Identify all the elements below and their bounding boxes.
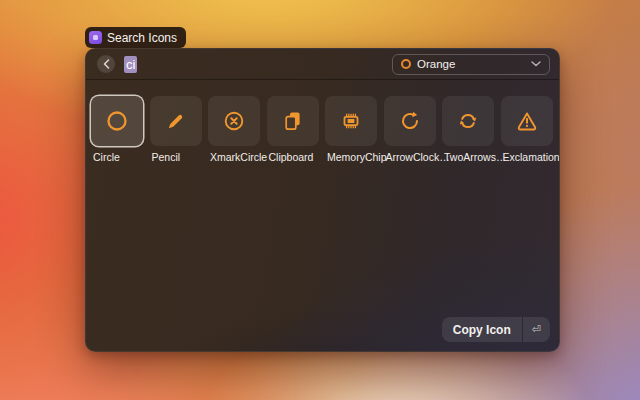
- two-arrows-circlepath-icon: [456, 109, 480, 133]
- result-tile-arrowclockwise[interactable]: ArrowClock…: [384, 96, 436, 163]
- result-tile-twoarrows[interactable]: TwoArrows…: [442, 96, 494, 163]
- result-tile-circle[interactable]: Circle: [91, 96, 143, 163]
- memory-chip-icon: [339, 109, 363, 133]
- copy-icon-button[interactable]: Copy Icon ⏎: [442, 317, 550, 342]
- result-tile-exclamation[interactable]: Exclamation…: [501, 96, 553, 163]
- result-tile-memorychip[interactable]: MemoryChip: [325, 96, 377, 163]
- xmark-circle-icon: [222, 109, 246, 133]
- enter-key-hint: ⏎: [523, 323, 550, 336]
- color-filter-dropdown[interactable]: Orange: [392, 54, 550, 75]
- search-selected-text: ci: [124, 56, 137, 73]
- app-badge: Search Icons: [85, 27, 186, 48]
- circle-icon: [105, 109, 129, 133]
- result-label: ArrowClock…: [384, 151, 436, 163]
- copy-icon-label: Copy Icon: [442, 323, 522, 337]
- back-button[interactable]: [97, 55, 115, 73]
- color-filter-value: Orange: [417, 58, 455, 70]
- app-badge-label: Search Icons: [107, 31, 177, 45]
- result-label: XmarkCircle: [208, 151, 260, 163]
- toolbar: ci Orange: [86, 49, 559, 80]
- exclamation-triangle-icon: [515, 109, 539, 133]
- result-tile-clipboard[interactable]: Clipboard: [267, 96, 319, 163]
- result-label: TwoArrows…: [442, 151, 494, 163]
- clipboard-icon: [281, 109, 305, 133]
- result-label: Exclamation…: [501, 151, 553, 163]
- results-grid: Circle Pencil XmarkCircle Clipboard: [86, 80, 559, 163]
- result-label: Circle: [91, 151, 143, 163]
- search-icons-window: ci Orange Circle Pencil: [85, 48, 560, 352]
- chevron-down-icon: [531, 61, 541, 67]
- pencil-icon: [164, 109, 188, 133]
- chevron-left-icon: [103, 59, 110, 69]
- result-label: MemoryChip: [325, 151, 377, 163]
- result-label: Clipboard: [267, 151, 319, 163]
- orange-ring-icon: [401, 59, 411, 69]
- arrow-clockwise-icon: [398, 109, 422, 133]
- search-input[interactable]: ci: [124, 56, 392, 73]
- result-label: Pencil: [150, 151, 202, 163]
- result-tile-xmarkcircle[interactable]: XmarkCircle: [208, 96, 260, 163]
- app-icon: [89, 31, 102, 44]
- result-tile-pencil[interactable]: Pencil: [150, 96, 202, 163]
